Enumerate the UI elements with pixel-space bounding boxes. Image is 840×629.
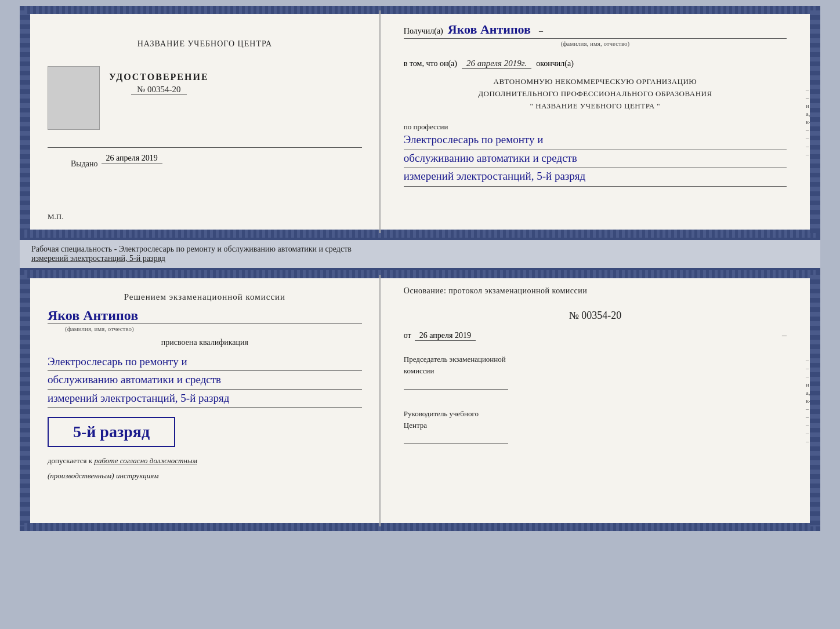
qual-line3: измерений электростанций, 5-й разряд bbox=[48, 390, 362, 408]
certificate-number: № 00354-20 bbox=[131, 85, 187, 95]
допускается-prefix: допускается к bbox=[48, 456, 92, 465]
chairman-block: Председатель экзаменационной комиссии bbox=[404, 355, 787, 390]
chairman-label: Председатель экзаменационной bbox=[404, 355, 787, 364]
training-center-title: НАЗВАНИЕ УЧЕБНОГО ЦЕНТРА bbox=[137, 39, 272, 49]
допускается-italic: работе согласно должностным bbox=[94, 456, 197, 465]
protocol-date-prefix: от bbox=[404, 331, 411, 340]
rank-badge: 5-й разряд bbox=[48, 417, 175, 447]
profession-line1: Электрослесарь по ремонту и bbox=[404, 132, 787, 150]
photo-placeholder bbox=[48, 66, 100, 130]
udostoverenie-block: УДОСТОВЕРЕНИЕ № 00354-20 bbox=[109, 72, 209, 95]
chairman-signature-line bbox=[404, 378, 508, 390]
допускается-block: допускается к работе согласно должностны… bbox=[48, 456, 362, 466]
org-quote: " НАЗВАНИЕ УЧЕБНОГО ЦЕНТРА " bbox=[404, 100, 787, 112]
profession-prefix: по профессии bbox=[404, 122, 787, 132]
org-line1: АВТОНОМНУЮ НЕКОММЕРЧЕСКУЮ ОРГАНИЗАЦИЮ bbox=[404, 76, 787, 88]
document-wrapper: НАЗВАНИЕ УЧЕБНОГО ЦЕНТРА УДОСТОВЕРЕНИЕ №… bbox=[20, 6, 820, 531]
chairman-label2: комиссии bbox=[404, 366, 787, 376]
qual-line2: обслуживанию автоматики и средств bbox=[48, 371, 362, 389]
head-label: Руководитель учебного bbox=[404, 409, 787, 419]
udostoverenie-label: УДОСТОВЕРЕНИЕ bbox=[109, 72, 209, 82]
vtom-prefix: в том, что он(а) bbox=[404, 59, 457, 68]
issued-label: Выдано bbox=[71, 159, 98, 169]
certificate-top: НАЗВАНИЕ УЧЕБНОГО ЦЕНТРА УДОСТОВЕРЕНИЕ №… bbox=[20, 6, 820, 238]
protocol-number: № 00354-20 bbox=[404, 310, 787, 322]
recipient-name: Яков Антипов bbox=[448, 22, 531, 37]
head-label2: Центра bbox=[404, 421, 787, 430]
инструкции-label: (производственным) инструкциям bbox=[48, 471, 362, 481]
decision-title: Решением экзаменационной комиссии bbox=[48, 292, 362, 302]
cert-top-left: НАЗВАНИЕ УЧЕБНОГО ЦЕНТРА УДОСТОВЕРЕНИЕ №… bbox=[24, 10, 381, 233]
assigned-label: присвоена квалификация bbox=[48, 338, 362, 347]
head-block: Руководитель учебного Центра bbox=[404, 409, 787, 444]
profession-line2: обслуживанию автоматики и средств bbox=[404, 150, 787, 169]
fio-subtitle-top: (фамилия, имя, отчество) bbox=[404, 40, 787, 47]
qual-line1: Электрослесарь по ремонту и bbox=[48, 353, 362, 371]
profession-line3: измерений электростанций, 5-й разряд bbox=[404, 168, 787, 187]
cert-bottom-left: Решением экзаменационной комиссии Яков А… bbox=[24, 275, 381, 526]
bottom-name: Яков Антипов bbox=[48, 308, 362, 324]
head-signature-line bbox=[404, 432, 508, 444]
osnov-label: Основание: протокол экзаменационной коми… bbox=[404, 286, 787, 296]
issued-date: 26 апреля 2019 bbox=[102, 154, 162, 163]
middle-text-line2: измерений электростанций, 5-й разряд bbox=[31, 254, 809, 263]
received-prefix: Получил(а) bbox=[404, 27, 443, 36]
middle-band: Рабочая специальность - Электрослесарь п… bbox=[20, 238, 820, 270]
org-line2: ДОПОЛНИТЕЛЬНОГО ПРОФЕССИОНАЛЬНОГО ОБРАЗО… bbox=[404, 88, 787, 100]
protocol-date: 26 апреля 2019 bbox=[415, 331, 476, 341]
cert-top-right: Получил(а) Яков Антипов – (фамилия, имя,… bbox=[381, 10, 816, 233]
mp-label: М.П. bbox=[48, 212, 63, 221]
middle-text-line1: Рабочая специальность - Электрослесарь п… bbox=[31, 245, 809, 254]
okончил-label: окончил(а) bbox=[536, 59, 574, 68]
fio-subtitle-bottom: (фамилия, имя, отчество) bbox=[65, 325, 134, 332]
certificate-bottom: Решением экзаменационной комиссии Яков А… bbox=[20, 270, 820, 531]
org-block: АВТОНОМНУЮ НЕКОММЕРЧЕСКУЮ ОРГАНИЗАЦИЮ ДО… bbox=[404, 76, 787, 112]
cert-bottom-right: Основание: протокол экзаменационной коми… bbox=[381, 275, 816, 526]
completion-date: 26 апреля 2019г. bbox=[462, 59, 531, 69]
